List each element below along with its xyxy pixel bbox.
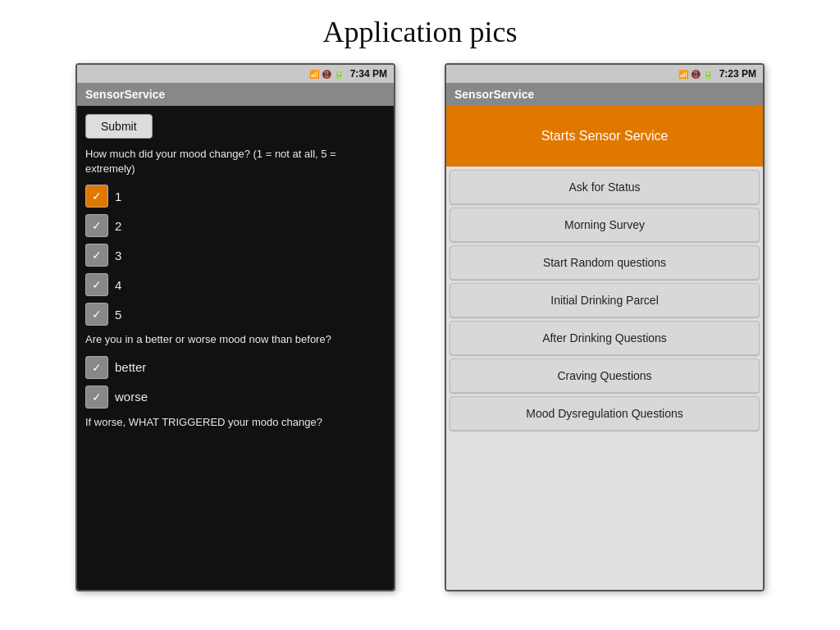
checkbox-worse[interactable]: ✓: [85, 386, 108, 409]
checkbox-5[interactable]: ✓: [85, 303, 108, 326]
after-drinking-questions-button[interactable]: After Drinking Questions: [450, 321, 760, 355]
time-left: 7:34 PM: [350, 68, 387, 80]
radio-label-3: 3: [115, 249, 121, 262]
signal-icon-right: 📶: [678, 70, 688, 79]
submit-button[interactable]: Submit: [85, 114, 153, 139]
page-title: Application pics: [0, 0, 840, 59]
ask-for-status-button[interactable]: Ask for Status: [450, 170, 760, 204]
radio-item-2: ✓ 2: [85, 214, 386, 237]
checkbox-3[interactable]: ✓: [85, 244, 108, 267]
checkmark-2: ✓: [92, 219, 102, 232]
right-phone-content: Starts Sensor Service Ask for Status Mor…: [446, 106, 763, 590]
radio-item-better: ✓ better: [85, 356, 386, 379]
battery-icon-right: 🔋: [703, 70, 713, 79]
question2-text: Are you in a better or worse mood now th…: [85, 332, 386, 347]
checkbox-better[interactable]: ✓: [85, 356, 108, 379]
craving-questions-button[interactable]: Craving Questions: [450, 358, 760, 393]
app-bar-left: SensorService: [77, 83, 394, 106]
radio-label-worse: worse: [115, 390, 148, 404]
radio-item-3: ✓ 3: [85, 244, 386, 267]
radio-label-better: better: [115, 360, 146, 374]
phone-left: 📶 📵 🔋 7:34 PM SensorService Submit How m…: [75, 63, 395, 591]
checkbox-1[interactable]: ✓: [85, 185, 108, 208]
wifi-icon: 📵: [322, 70, 331, 79]
app-title-left: SensorService: [85, 88, 165, 101]
radio-item-worse: ✓ worse: [85, 386, 386, 409]
status-bar-right: 📶 📵 🔋 7:23 PM: [446, 65, 763, 83]
checkbox-4[interactable]: ✓: [85, 273, 108, 296]
left-phone-content: Submit How much did your mood change? (1…: [77, 106, 394, 590]
radio-label-4: 4: [115, 278, 121, 292]
status-icons-right: 📶 📵 🔋: [678, 70, 713, 79]
checkmark-4: ✓: [92, 278, 102, 291]
checkmark-worse: ✓: [92, 390, 102, 404]
radio-label-5: 5: [115, 308, 121, 322]
checkmark-5: ✓: [92, 308, 102, 321]
morning-survey-button[interactable]: Morning Survey: [450, 208, 760, 242]
checkmark-better: ✓: [92, 361, 102, 374]
signal-icon: 📶: [309, 70, 319, 79]
time-right: 7:23 PM: [719, 68, 756, 80]
radio-label-2: 2: [115, 219, 121, 233]
radio-item-1: ✓ 1: [85, 185, 386, 208]
phone-right: 📶 📵 🔋 7:23 PM SensorService Starts Senso…: [445, 63, 765, 591]
status-bar-left: 📶 📵 🔋 7:34 PM: [77, 65, 394, 83]
mood-dysregulation-questions-button[interactable]: Mood Dysregulation Questions: [450, 396, 760, 431]
radio-item-4: ✓ 4: [85, 273, 386, 296]
phones-container: 📶 📵 🔋 7:34 PM SensorService Submit How m…: [0, 63, 840, 591]
checkbox-2[interactable]: ✓: [85, 214, 108, 237]
app-title-right: SensorService: [454, 88, 534, 101]
app-bar-right: SensorService: [446, 83, 763, 106]
checkmark-1: ✓: [92, 189, 102, 203]
radio-item-5: ✓ 5: [85, 303, 386, 326]
question1-text: How much did your mood change? (1 = not …: [85, 147, 386, 176]
status-icons-left: 📶 📵 🔋: [309, 70, 344, 79]
initial-drinking-parcel-button[interactable]: Initial Drinking Parcel: [450, 283, 760, 317]
wifi-icon-right: 📵: [691, 70, 701, 79]
radio-label-1: 1: [115, 189, 121, 203]
checkmark-3: ✓: [92, 249, 102, 262]
starts-sensor-service-button[interactable]: Starts Sensor Service: [446, 106, 763, 167]
battery-icon: 🔋: [334, 70, 344, 79]
start-random-questions-button[interactable]: Start Random questions: [450, 245, 760, 280]
question3-text: If worse, WHAT TRIGGERED your modo chang…: [85, 415, 386, 430]
